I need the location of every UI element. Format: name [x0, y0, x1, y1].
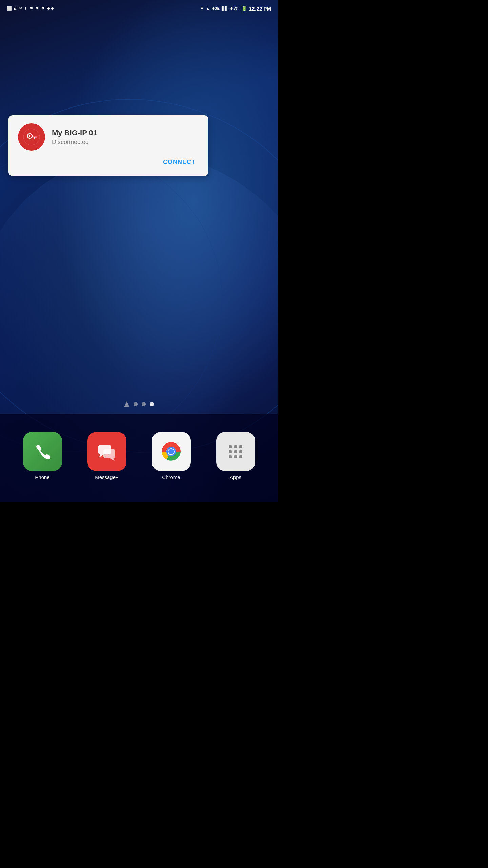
phone-label: Phone	[35, 474, 49, 480]
battery-text: 46%	[230, 6, 239, 11]
svg-point-21	[234, 455, 237, 458]
chrome-icon	[152, 432, 191, 471]
home-indicator[interactable]	[124, 401, 129, 407]
status-time: 12:22 PM	[249, 6, 271, 12]
notification-app-name: My BIG-IP 01	[52, 129, 199, 137]
notification-status: Disconnected	[52, 139, 199, 146]
flag-icon-3: ⚑	[41, 6, 45, 11]
flag-icon-1: ⚑	[29, 6, 33, 11]
message-icon	[87, 432, 126, 471]
network-type: 4GE	[212, 6, 220, 11]
svg-point-14	[229, 445, 232, 448]
dock: Phone Message+	[0, 414, 278, 502]
apps-label: Apps	[230, 474, 241, 480]
svg-point-15	[234, 445, 237, 448]
signal-icon: ▋▋	[222, 6, 228, 11]
notification-card: My BIG-IP 01 Disconnected CONNECT	[8, 115, 208, 176]
svg-marker-10	[110, 458, 115, 461]
dock-item-apps[interactable]: Apps	[216, 432, 255, 480]
alpha-icon: α	[14, 6, 17, 11]
wifi-icon: ▲	[206, 6, 210, 11]
screenshot-icon: ⬜	[7, 6, 12, 11]
message-label: Message+	[95, 474, 119, 480]
vpn-logo-svg	[23, 129, 40, 145]
gmail-icon: ✉	[19, 6, 22, 11]
notification-header: My BIG-IP 01 Disconnected	[18, 123, 199, 151]
svg-marker-8	[99, 454, 104, 458]
svg-point-18	[234, 450, 237, 453]
page-indicator-3[interactable]	[150, 402, 154, 406]
flag-icon-2: ⚑	[35, 6, 39, 11]
bluetooth-icon: ✱	[200, 6, 204, 11]
chrome-label: Chrome	[162, 474, 180, 480]
status-left-icons: ⬜ α ✉ ⬇ ⚑ ⚑ ⚑ ⏺⏺	[7, 6, 54, 11]
page-indicators	[0, 401, 278, 407]
battery-icon: 🔋	[241, 6, 247, 11]
voicemail-icon: ⏺⏺	[47, 6, 54, 11]
notification-text-block: My BIG-IP 01 Disconnected	[52, 129, 199, 146]
connect-button[interactable]: CONNECT	[160, 157, 199, 168]
notification-actions: CONNECT	[18, 157, 199, 168]
status-right-icons: ✱ ▲ 4GE ▋▋ 46% 🔋 12:22 PM	[200, 6, 271, 12]
apps-icon	[216, 432, 255, 471]
svg-point-17	[229, 450, 232, 453]
phone-icon	[23, 432, 62, 471]
svg-point-22	[239, 455, 242, 458]
svg-point-16	[239, 445, 242, 448]
svg-point-19	[239, 450, 242, 453]
dock-item-message[interactable]: Message+	[87, 432, 126, 480]
svg-rect-9	[103, 449, 115, 458]
dock-item-phone[interactable]: Phone	[23, 432, 62, 480]
status-bar: ⬜ α ✉ ⬇ ⚑ ⚑ ⚑ ⏺⏺ ✱ ▲ 4GE ▋▋ 46% 🔋 12:22 …	[0, 0, 278, 17]
download-icon: ⬇	[24, 6, 27, 11]
svg-point-20	[229, 455, 232, 458]
svg-point-13	[168, 449, 174, 454]
dock-item-chrome[interactable]: Chrome	[152, 432, 191, 480]
vpn-app-icon	[18, 123, 45, 151]
page-indicator-2[interactable]	[142, 402, 146, 406]
page-indicator-1[interactable]	[134, 402, 138, 406]
